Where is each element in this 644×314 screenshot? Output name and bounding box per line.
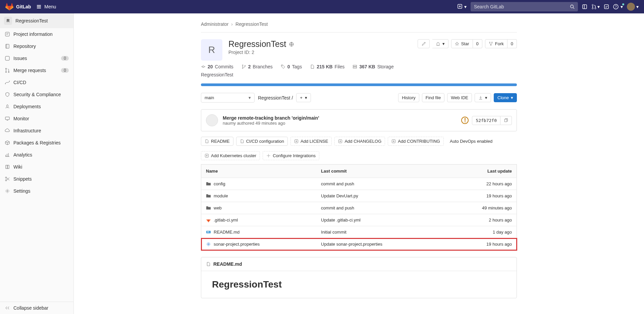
collapse-sidebar-button[interactable]: Collapse sidebar: [0, 302, 73, 314]
file-name[interactable]: M↓README.md: [206, 230, 312, 235]
bell-icon: [436, 42, 440, 46]
monitor-icon: [5, 116, 10, 121]
chip-kubernetes[interactable]: Add Kubernetes cluster: [201, 151, 260, 160]
chip-contributing[interactable]: Add CONTRIBUTING: [388, 137, 444, 146]
path-breadcrumb[interactable]: RegressionTest /: [258, 95, 293, 101]
pipeline-warning-icon[interactable]: !: [461, 117, 469, 124]
file-commit[interactable]: Update DevUart.py: [316, 190, 445, 202]
branch-select[interactable]: main: [201, 93, 255, 103]
doc-icon: [240, 139, 244, 143]
table-row[interactable]: M↓README.mdInitial commit1 day ago: [201, 226, 517, 238]
branches-stat[interactable]: 2 Branches: [241, 64, 273, 69]
svg-point-18: [5, 177, 7, 178]
file-name[interactable]: sonar-project.properties: [206, 242, 312, 247]
commit-message[interactable]: Merge remote-tracking branch 'origin/mai…: [223, 115, 319, 121]
fork-count[interactable]: 0: [507, 39, 517, 48]
sidebar-item-monitor[interactable]: Monitor: [0, 113, 73, 125]
sidebar-item-cicd[interactable]: CI/CD: [0, 76, 73, 88]
svg-rect-11: [5, 56, 9, 60]
table-row[interactable]: moduleUpdate DevUart.py19 hours ago: [201, 190, 517, 202]
edit-button[interactable]: [418, 39, 430, 48]
commit-sha[interactable]: 52fb72f0: [472, 116, 500, 125]
last-commit-box: Merge remote-tracking branch 'origin/mai…: [201, 109, 517, 131]
chip-devops[interactable]: Auto DevOps enabled: [446, 137, 496, 146]
file-time: 2 hours ago: [445, 214, 517, 226]
svg-point-26: [242, 65, 243, 66]
new-dropdown[interactable]: ▾: [458, 4, 467, 9]
find-file-button[interactable]: Find file: [422, 93, 445, 102]
sidebar-item-project-info[interactable]: Project information: [0, 28, 73, 40]
svg-point-12: [6, 68, 7, 69]
tags-stat[interactable]: 0 Tags: [281, 64, 302, 69]
clone-button[interactable]: Clone ▾: [494, 93, 517, 102]
copy-sha-button[interactable]: [500, 116, 512, 125]
sidebar-project-header[interactable]: R RegressionTest: [0, 13, 73, 28]
todos-icon[interactable]: [604, 4, 609, 9]
storage-icon: [353, 64, 357, 69]
file-commit[interactable]: Update .gitlab-ci.yml: [316, 214, 445, 226]
file-commit[interactable]: Initial commit: [316, 226, 445, 238]
rocket-icon: [5, 104, 10, 109]
sidebar-item-issues[interactable]: Issues0: [0, 52, 73, 64]
storage-stat[interactable]: 367 KB Storage: [353, 64, 394, 69]
star-count[interactable]: 0: [473, 39, 482, 48]
sidebar-item-analytics[interactable]: Analytics: [0, 149, 73, 161]
svg-text:M↓: M↓: [207, 231, 210, 233]
notify-button[interactable]: ▾: [432, 39, 448, 48]
breadcrumb-owner[interactable]: Administrator: [201, 21, 228, 27]
breadcrumb-project[interactable]: RegressionTest: [235, 21, 268, 27]
svg-point-15: [5, 83, 6, 84]
menu-button[interactable]: Menu: [36, 4, 56, 9]
chip-changelog[interactable]: Add CHANGELOG: [334, 137, 385, 146]
download-button[interactable]: ▾: [475, 93, 491, 102]
issues-icon[interactable]: [582, 4, 587, 9]
table-row[interactable]: sonar-project.propertiesUpdate sonar-pro…: [201, 238, 517, 250]
table-row[interactable]: configcommit and push22 hours ago: [201, 178, 517, 190]
star-button[interactable]: Star: [451, 39, 473, 48]
history-button[interactable]: History: [398, 93, 419, 102]
sidebar-item-merge[interactable]: Merge requests0: [0, 64, 73, 76]
sidebar-item-infrastructure[interactable]: Infrastructure: [0, 125, 73, 137]
chip-license[interactable]: Add LICENSE: [290, 137, 332, 146]
search-box[interactable]: [471, 2, 578, 11]
file-commit[interactable]: Update sonar-project.properties: [316, 238, 445, 250]
file-name[interactable]: module: [206, 193, 312, 198]
add-dropdown[interactable]: + ▾: [296, 93, 311, 102]
info-icon: [5, 32, 10, 37]
svg-rect-10: [6, 44, 9, 48]
help-icon[interactable]: ?▾: [613, 4, 623, 9]
svg-point-25: [202, 66, 204, 67]
chip-readme[interactable]: README: [201, 137, 233, 146]
fork-button[interactable]: Fork: [485, 39, 507, 48]
sidebar-item-settings[interactable]: Settings: [0, 185, 73, 197]
svg-text:?: ?: [615, 5, 617, 9]
table-row[interactable]: .gitlab-ci.ymlUpdate .gitlab-ci.yml2 hou…: [201, 214, 517, 226]
svg-point-13: [6, 72, 7, 73]
sidebar-item-security[interactable]: Security & Compliance: [0, 88, 73, 101]
search-input[interactable]: [474, 4, 570, 9]
file-commit[interactable]: commit and push: [316, 202, 445, 214]
file-commit[interactable]: commit and push: [316, 178, 445, 190]
merge-requests-icon[interactable]: ▾: [591, 4, 600, 9]
sidebar-item-repository[interactable]: Repository: [0, 40, 73, 52]
project-stats: 20 Commits 2 Branches 0 Tags 215 KB File…: [201, 64, 517, 69]
svg-point-22: [489, 42, 490, 43]
table-row[interactable]: webcommit and push49 minutes ago: [201, 202, 517, 214]
sidebar-item-packages[interactable]: Packages & Registries: [0, 137, 73, 149]
web-ide-button[interactable]: Web IDE: [447, 93, 472, 102]
file-name[interactable]: web: [206, 205, 312, 210]
gitlab-logo[interactable]: GitLab: [5, 3, 31, 11]
commit-author: naumy authored: [223, 121, 254, 126]
files-stat[interactable]: 215 KB Files: [310, 64, 344, 69]
file-name[interactable]: .gitlab-ci.yml: [206, 217, 312, 223]
gear-icon: [5, 188, 10, 194]
user-avatar[interactable]: ▾: [627, 3, 639, 11]
sidebar-item-wiki[interactable]: Wiki: [0, 161, 73, 173]
svg-point-5: [595, 8, 596, 9]
sidebar-item-snippets[interactable]: Snippets: [0, 173, 73, 185]
chip-cicd[interactable]: CI/CD configuration: [236, 137, 288, 146]
commits-stat[interactable]: 20 Commits: [201, 64, 233, 69]
chip-integrations[interactable]: Configure Integrations: [263, 151, 319, 160]
sidebar-item-deployments[interactable]: Deployments: [0, 101, 73, 113]
file-name[interactable]: config: [206, 181, 312, 186]
